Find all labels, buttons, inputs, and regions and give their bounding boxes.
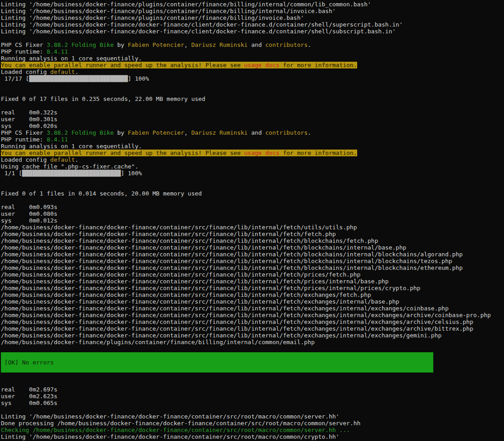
time-sys-line: sys 0m0.020s: [1, 123, 504, 129]
file-path-line: /home/business/docker-finance/docker-fin…: [1, 325, 504, 332]
time-user-line: user 0m0.301s: [1, 116, 504, 123]
author-name: Fabien Potencier: [128, 41, 184, 48]
lint-line: Linting '/home/business/docker-finance/d…: [1, 21, 504, 28]
file-path-line: /home/business/docker-finance/docker-fin…: [1, 237, 504, 244]
text-segment: Linting '/home/business/docker-finance/p…: [1, 8, 336, 14]
file-path-line: /home/business/docker-finance/docker-fin…: [1, 298, 504, 305]
progress-bar: ████████████████████████████: [22, 170, 121, 177]
php-runtime-version: 8.4.11: [47, 48, 68, 55]
fixer-version: 3.88.2 Folding Bike: [47, 129, 114, 136]
time-user-line: user 0m2.623s: [1, 393, 504, 400]
text-segment: user 0m2.623s: [1, 393, 57, 400]
lint-line: Linting '/home/business/docker-finance/d…: [1, 433, 504, 440]
progress-line: 17/17 [████████████████████████████] 100…: [1, 75, 504, 82]
text-segment: PHP CS Fixer: [1, 41, 47, 48]
file-path-line: /home/business/docker-finance/docker-fin…: [1, 332, 504, 339]
text-segment: for more information.: [279, 62, 357, 68]
text-segment: .: [308, 129, 311, 136]
file-path-line: /home/business/docker-finance/docker-fin…: [1, 271, 504, 278]
text-segment: Linting '/home/business/docker-finance/d…: [1, 413, 339, 420]
analysis-line: Running analysis on 1 core sequentially.: [1, 55, 504, 62]
time-sys-line: sys 0m0.065s: [1, 400, 504, 406]
text-segment: /home/business/docker-finance/docker-fin…: [1, 332, 441, 339]
file-path-line: /home/business/docker-finance/docker-fin…: [1, 305, 504, 312]
lint-line: Linting '/home/business/docker-finance/p…: [1, 1, 504, 8]
file-path-line: /home/business/docker-finance/docker-fin…: [1, 291, 504, 298]
author-name: Dariusz Ruminski: [191, 129, 248, 136]
file-path-line: /home/business/docker-finance/docker-fin…: [1, 278, 504, 285]
contributors-label: contributors: [265, 41, 308, 48]
blank-line: [1, 82, 504, 89]
time-real-line: real 0m2.697s: [1, 386, 504, 393]
blank-line: [1, 102, 504, 109]
checking-line: Checking /home/business/docker-finance/d…: [1, 427, 504, 433]
php-runtime-line: PHP runtime: 8.4.11: [1, 48, 504, 55]
file-path-line: /home/business/docker-finance/plugins/co…: [1, 339, 504, 346]
text-segment: Linting '/home/business/docker-finance/d…: [1, 433, 339, 440]
text-segment: /home/business/docker-finance/docker-fin…: [1, 258, 452, 264]
ok-banner-bottom: [1, 366, 504, 373]
text-segment: /home/business/docker-finance/docker-fin…: [1, 325, 473, 332]
text-segment: and: [248, 129, 265, 136]
lint-line: Linting '/home/business/docker-finance/d…: [1, 28, 504, 35]
text-segment: sys 0m0.020s: [1, 123, 57, 129]
file-path-line: /home/business/docker-finance/docker-fin…: [1, 258, 504, 264]
text-segment: user 0m0.301s: [1, 116, 57, 123]
text-segment: 1/1 [: [1, 170, 22, 177]
ok-banner-top: [1, 352, 504, 359]
fixed-summary-line: Fixed 0 of 17 files in 0.235 seconds, 22…: [1, 95, 504, 102]
text-segment: /home/business/docker-finance/docker-fin…: [1, 237, 378, 244]
usage-docs-link: usage docs: [244, 62, 279, 68]
file-path-line: /home/business/docker-finance/docker-fin…: [1, 251, 504, 258]
text-segment: .: [75, 68, 78, 75]
text-segment: .: [75, 156, 78, 163]
text-segment: /home/business/docker-finance/docker-fin…: [1, 264, 463, 271]
text-segment: /home/business/docker-finance/docker-fin…: [1, 305, 449, 312]
text-segment: /home/business/docker-finance/docker-fin…: [1, 298, 399, 305]
file-path-line: /home/business/docker-finance/docker-fin…: [1, 285, 504, 291]
contributors-label: contributors: [265, 129, 308, 136]
text-segment: /home/business/docker-finance/docker-fin…: [1, 244, 406, 251]
progress-bar: ████████████████████████████: [29, 75, 128, 82]
cache-file-line: Using cache file ".php-cs-fixer.cache".: [1, 163, 504, 170]
ok-banner: [1, 366, 433, 373]
file-path-line: /home/business/docker-finance/docker-fin…: [1, 264, 504, 271]
done-processing-line: Done processing /home/business/docker-fi…: [1, 420, 504, 427]
blank-line: [1, 35, 504, 41]
text-segment: Done processing /home/business/docker-fi…: [1, 420, 360, 427]
text-segment: user 0m0.080s: [1, 210, 57, 217]
text-segment: Running analysis on 1 core sequentially.: [1, 55, 142, 62]
text-segment: /home/business/docker-finance/docker-fin…: [1, 278, 389, 285]
text-segment: by: [114, 129, 127, 136]
file-path-line: /home/business/docker-finance/docker-fin…: [1, 312, 504, 318]
text-segment: Running analysis on 1 core sequentially.: [1, 143, 142, 150]
author-name: Dariusz Ruminski: [191, 41, 248, 48]
text-segment: /home/business/docker-finance/docker-fin…: [1, 285, 420, 291]
ok-banner: [1, 352, 433, 359]
text-segment: Fixed 0 of 1 files in 0.014 seconds, 20.…: [1, 190, 202, 197]
php-runtime-version: 8.4.11: [47, 136, 68, 143]
usage-docs-link: usage docs: [244, 150, 279, 156]
fixed-summary-line: Fixed 0 of 1 files in 0.014 seconds, 20.…: [1, 190, 504, 197]
blank-line: [1, 373, 504, 379]
terminal-window[interactable]: Linting '/home/business/docker-finance/p…: [0, 0, 504, 441]
file-path-line: /home/business/docker-finance/docker-fin…: [1, 244, 504, 251]
analysis-line: Running analysis on 1 core sequentially.: [1, 143, 504, 150]
parallel-warning-line: You can enable parallel runner and speed…: [1, 150, 504, 156]
config-name: default: [50, 68, 75, 75]
file-path-line: /home/business/docker-finance/docker-fin…: [1, 318, 504, 325]
loaded-config-line: Loaded config default.: [1, 156, 504, 163]
text-segment: You can enable parallel runner and speed…: [1, 62, 244, 68]
text-segment: /home/business/docker-finance/docker-fin…: [1, 291, 371, 298]
text-segment: ] 100%: [128, 75, 149, 82]
time-user-line: user 0m0.080s: [1, 210, 504, 217]
text-segment: for more information.: [279, 150, 357, 156]
text-segment: and: [248, 41, 265, 48]
text-segment: /home/business/docker-finance/docker-fin…: [1, 251, 463, 258]
time-sys-line: sys 0m0.012s: [1, 217, 504, 224]
text-segment: real 0m2.697s: [1, 386, 57, 393]
text-segment: PHP CS Fixer: [1, 129, 47, 136]
text-segment: .: [308, 41, 311, 48]
terminal-output: Linting '/home/business/docker-finance/p…: [1, 1, 504, 440]
blank-line: [1, 346, 504, 352]
